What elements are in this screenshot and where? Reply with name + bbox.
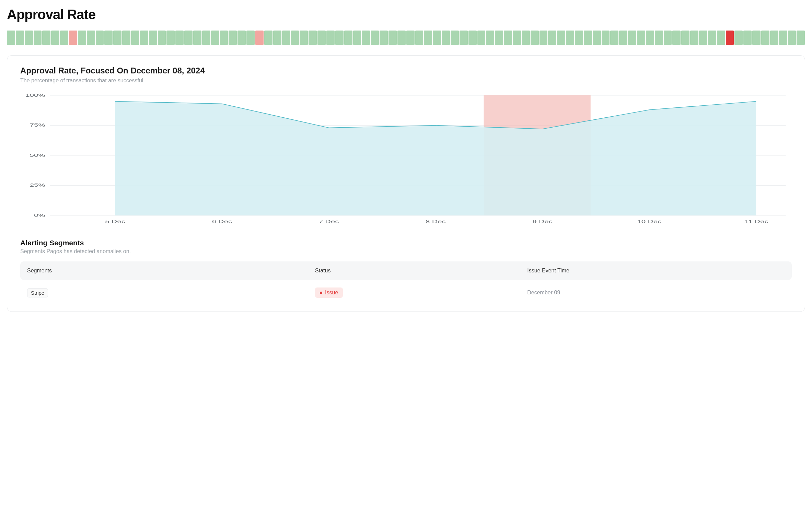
status-cell[interactable] xyxy=(610,31,618,45)
status-cell[interactable] xyxy=(788,31,796,45)
status-cell[interactable] xyxy=(87,31,95,45)
status-cell[interactable] xyxy=(770,31,778,45)
status-cell[interactable] xyxy=(255,31,264,45)
status-cell[interactable] xyxy=(291,31,299,45)
status-cell[interactable] xyxy=(122,31,130,45)
status-cell[interactable] xyxy=(504,31,512,45)
status-cell[interactable] xyxy=(433,31,441,45)
status-cell[interactable] xyxy=(193,31,201,45)
status-cell[interactable] xyxy=(761,31,769,45)
status-cell[interactable] xyxy=(557,31,565,45)
status-cell[interactable] xyxy=(113,31,121,45)
status-cell[interactable] xyxy=(211,31,219,45)
status-cell[interactable] xyxy=(575,31,583,45)
table-row[interactable]: StripeIssueDecember 09 xyxy=(20,284,792,301)
status-cell[interactable] xyxy=(60,31,68,45)
chart-title: Approval Rate, Focused On December 08, 2… xyxy=(20,66,792,75)
status-cell[interactable] xyxy=(380,31,388,45)
status-cell[interactable] xyxy=(96,31,104,45)
status-cell[interactable] xyxy=(397,31,406,45)
col-header-status: Status xyxy=(315,268,527,274)
status-cell[interactable] xyxy=(548,31,556,45)
status-cell[interactable] xyxy=(69,31,77,45)
status-cell[interactable] xyxy=(7,31,15,45)
status-cell[interactable] xyxy=(717,31,725,45)
status-cell[interactable] xyxy=(371,31,379,45)
x-tick-label: 10 Dec xyxy=(637,219,661,224)
status-cell[interactable] xyxy=(131,31,139,45)
status-cell[interactable] xyxy=(424,31,432,45)
status-cell[interactable] xyxy=(264,31,272,45)
status-cell[interactable] xyxy=(51,31,59,45)
status-cell[interactable] xyxy=(317,31,326,45)
status-cell[interactable] xyxy=(158,31,166,45)
status-cell[interactable] xyxy=(104,31,113,45)
status-cell[interactable] xyxy=(540,31,548,45)
status-cell[interactable] xyxy=(140,31,148,45)
status-cell[interactable] xyxy=(743,31,752,45)
status-cell[interactable] xyxy=(460,31,468,45)
status-cell[interactable] xyxy=(672,31,681,45)
status-cell[interactable] xyxy=(566,31,574,45)
status-cell[interactable] xyxy=(237,31,246,45)
status-cell[interactable] xyxy=(708,31,716,45)
status-cell[interactable] xyxy=(477,31,486,45)
x-tick-label: 5 Dec xyxy=(105,219,125,224)
status-cell[interactable] xyxy=(664,31,672,45)
status-cell[interactable] xyxy=(637,31,645,45)
status-cell[interactable] xyxy=(495,31,503,45)
status-cell[interactable] xyxy=(797,31,805,45)
status-cell[interactable] xyxy=(202,31,210,45)
status-cell[interactable] xyxy=(619,31,627,45)
status-cell[interactable] xyxy=(166,31,175,45)
status-cell[interactable] xyxy=(406,31,415,45)
status-cell[interactable] xyxy=(486,31,494,45)
status-cell[interactable] xyxy=(362,31,370,45)
status-cell[interactable] xyxy=(442,31,450,45)
status-cell[interactable] xyxy=(690,31,698,45)
status-cell[interactable] xyxy=(282,31,290,45)
status-cell[interactable] xyxy=(344,31,352,45)
status-cell[interactable] xyxy=(752,31,761,45)
status-cell[interactable] xyxy=(273,31,281,45)
status-cell[interactable] xyxy=(300,31,308,45)
status-cell[interactable] xyxy=(78,31,86,45)
status-cell[interactable] xyxy=(655,31,663,45)
status-cell[interactable] xyxy=(779,31,787,45)
status-cell[interactable] xyxy=(42,31,50,45)
status-cell[interactable] xyxy=(681,31,689,45)
status-cell[interactable] xyxy=(326,31,335,45)
status-cell[interactable] xyxy=(388,31,397,45)
status-cell[interactable] xyxy=(628,31,636,45)
status-cell[interactable] xyxy=(415,31,424,45)
status-cell[interactable] xyxy=(335,31,344,45)
segment-chip[interactable]: Stripe xyxy=(27,288,48,297)
status-cell[interactable] xyxy=(451,31,459,45)
status-cell[interactable] xyxy=(468,31,477,45)
status-cell[interactable] xyxy=(513,31,521,45)
status-cell[interactable] xyxy=(175,31,184,45)
status-cell[interactable] xyxy=(646,31,654,45)
col-header-time: Issue Event Time xyxy=(527,268,785,274)
status-cell[interactable] xyxy=(726,31,734,45)
status-cell[interactable] xyxy=(16,31,24,45)
col-header-segments: Segments xyxy=(27,268,315,274)
status-cell[interactable] xyxy=(229,31,237,45)
status-cell[interactable] xyxy=(34,31,42,45)
status-cell[interactable] xyxy=(734,31,743,45)
status-cell[interactable] xyxy=(602,31,610,45)
status-cell[interactable] xyxy=(699,31,707,45)
status-cell[interactable] xyxy=(220,31,228,45)
status-cell[interactable] xyxy=(531,31,539,45)
status-cell[interactable] xyxy=(25,31,33,45)
status-cell[interactable] xyxy=(593,31,601,45)
y-tick-label: 50% xyxy=(30,153,45,158)
status-cell[interactable] xyxy=(353,31,361,45)
status-cell[interactable] xyxy=(309,31,317,45)
status-cell[interactable] xyxy=(184,31,193,45)
status-cell[interactable] xyxy=(246,31,255,45)
x-tick-label: 7 Dec xyxy=(319,219,339,224)
status-cell[interactable] xyxy=(584,31,592,45)
status-cell[interactable] xyxy=(149,31,157,45)
status-cell[interactable] xyxy=(522,31,530,45)
